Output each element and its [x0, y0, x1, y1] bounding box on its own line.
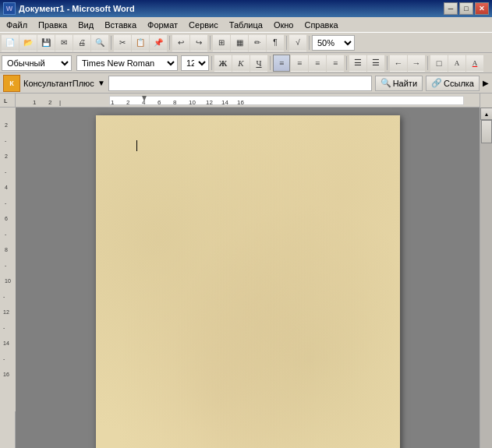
align-center-btn[interactable]: ≡	[291, 55, 308, 72]
paste-btn[interactable]: 📌	[150, 34, 167, 51]
svg-text:6: 6	[5, 216, 8, 221]
menu-window[interactable]: Окно	[269, 19, 299, 31]
kp-find-label: Найти	[393, 79, 417, 88]
sep-fmt4	[387, 56, 388, 70]
titlebar: W Документ1 - Microsoft Word ─ □ ✕	[0, 0, 492, 17]
vertical-ruler-marks: 2 - 2 - 4 - 6 - 8 - 10 - 12 - 14 - 16	[0, 108, 16, 411]
style-select[interactable]: Обычный	[2, 55, 72, 71]
svg-text:12: 12	[3, 309, 9, 315]
ruler-marks: 1 2 | 1 2 4 6 8 10 12 14 16	[16, 93, 480, 108]
menubar: Файл Правка Вид Вставка Формат Сервис Та…	[0, 17, 492, 33]
format-btn[interactable]: ¶	[267, 34, 284, 51]
kp-dropdown-arrow[interactable]: ▼	[97, 79, 105, 87]
preview-btn[interactable]: 🔍	[91, 34, 108, 51]
scroll-thumb[interactable]	[481, 120, 492, 143]
main-wrapper: 2 - 2 - 4 - 6 - 8 - 10 - 12 - 14 - 16	[0, 108, 492, 448]
copy-btn[interactable]: 📋	[132, 34, 149, 51]
window-title: Документ1 - Microsoft Word	[19, 4, 135, 13]
svg-text:16: 16	[237, 99, 244, 106]
kp-right-arrow: ▶	[483, 79, 489, 87]
drawing-btn[interactable]: ✏	[249, 34, 266, 51]
menu-view[interactable]: Вид	[73, 19, 98, 31]
standard-toolbar: 📄 📂 💾 ✉ 🖨 🔍 ✂ 📋 📌 ↩ ↪ ⊞ ▦ ✏ ¶ √ 50% 75% …	[0, 33, 492, 53]
underline-btn[interactable]: Ч	[250, 55, 267, 72]
indent-btn[interactable]: →	[408, 55, 425, 72]
font-color-btn[interactable]: A	[466, 55, 483, 72]
svg-text:1: 1	[33, 99, 37, 106]
font-select[interactable]: Times New Roman	[76, 55, 178, 71]
menu-insert[interactable]: Вставка	[100, 19, 141, 31]
horizontal-ruler: 1 2 | 1 2 4 6 8 10 12 14 16	[16, 93, 480, 108]
scroll-up-btn[interactable]: ▲	[480, 108, 492, 120]
menu-help[interactable]: Справка	[299, 19, 342, 31]
outside-borders-btn[interactable]: □	[430, 55, 448, 72]
vertical-scrollbar: ▲ ▼	[480, 108, 492, 448]
table-btn[interactable]: ⊞	[213, 34, 230, 51]
sep-fmt2	[270, 56, 271, 70]
size-select[interactable]: 12	[181, 55, 209, 71]
svg-text:14: 14	[3, 340, 9, 346]
kp-toolbar: К КонсультантПлюс ▼ 🔍 Найти 🔗 Ссылка ▶	[0, 73, 492, 93]
email-btn[interactable]: ✉	[55, 34, 73, 51]
menu-edit[interactable]: Правка	[34, 19, 72, 31]
zoom-select[interactable]: 50% 75% 100%	[312, 35, 355, 51]
kp-search-input[interactable]	[108, 76, 372, 91]
sep1	[111, 36, 111, 50]
columns-btn[interactable]: ▦	[231, 34, 248, 51]
svg-text:6: 6	[158, 99, 161, 106]
menu-format[interactable]: Формат	[143, 19, 182, 31]
kp-link-label: Ссылка	[444, 79, 474, 88]
close-button[interactable]: ✕	[475, 2, 489, 15]
redo-btn[interactable]: ↪	[190, 34, 207, 51]
open-btn[interactable]: 📂	[19, 34, 37, 51]
main-area: 2 - 2 - 4 - 6 - 8 - 10 - 12 - 14 - 16	[0, 108, 492, 448]
bullets-btn[interactable]: ☰	[349, 55, 366, 72]
sep4	[286, 36, 287, 50]
align-right-btn[interactable]: ≡	[309, 55, 326, 72]
bold-btn[interactable]: Ж	[214, 55, 232, 72]
kp-link-button[interactable]: 🔗 Ссылка	[426, 76, 480, 91]
justify-btn[interactable]: ≡	[327, 55, 344, 72]
align-left-btn[interactable]: ≡	[273, 55, 290, 72]
svg-text:4: 4	[5, 185, 8, 190]
sep-fmt1	[211, 56, 212, 70]
kp-icon: К	[3, 75, 20, 92]
maximize-button[interactable]: □	[459, 2, 473, 15]
undo-btn[interactable]: ↩	[172, 34, 189, 51]
sep2	[169, 36, 170, 50]
svg-text:L: L	[4, 97, 8, 104]
svg-text:12: 12	[206, 99, 213, 106]
kp-find-button[interactable]: 🔍 Найти	[375, 76, 423, 91]
svg-text:14: 14	[221, 99, 228, 106]
ruler-corner: L	[0, 93, 16, 108]
kp-link-icon: 🔗	[431, 78, 442, 88]
document-scroll-area[interactable]	[16, 108, 480, 448]
svg-text:16: 16	[3, 372, 9, 377]
ruler-area: L 1 2 | 1 2 4 6 8 10 12 14 16	[0, 93, 492, 108]
menu-table[interactable]: Таблица	[225, 19, 267, 31]
save-btn[interactable]: 💾	[37, 34, 55, 51]
sep5	[309, 36, 310, 50]
symbol-btn[interactable]: √	[289, 34, 306, 51]
highlight-btn[interactable]: A	[448, 55, 465, 72]
window-controls: ─ □ ✕	[444, 2, 489, 15]
outdent-btn[interactable]: ←	[390, 55, 407, 72]
svg-text:2: 2	[5, 122, 8, 128]
sep-fmt3	[346, 56, 347, 70]
sep3	[210, 36, 211, 50]
italic-btn[interactable]: К	[232, 55, 250, 72]
ruler-scrollbar-top	[480, 93, 492, 108]
numbering-btn[interactable]: ☰	[367, 55, 384, 72]
cut-btn[interactable]: ✂	[114, 34, 131, 51]
menu-tools[interactable]: Сервис	[184, 19, 223, 31]
app-icon: W	[3, 2, 16, 15]
menu-file[interactable]: Файл	[2, 19, 32, 31]
svg-rect-14	[0, 108, 16, 411]
scroll-track[interactable]	[480, 120, 492, 448]
minimize-button[interactable]: ─	[444, 2, 458, 15]
new-btn[interactable]: 📄	[2, 34, 19, 51]
document-page[interactable]	[96, 115, 400, 448]
svg-text:10: 10	[5, 278, 11, 284]
print-btn[interactable]: 🖨	[73, 34, 90, 51]
svg-text:8: 8	[5, 247, 8, 252]
